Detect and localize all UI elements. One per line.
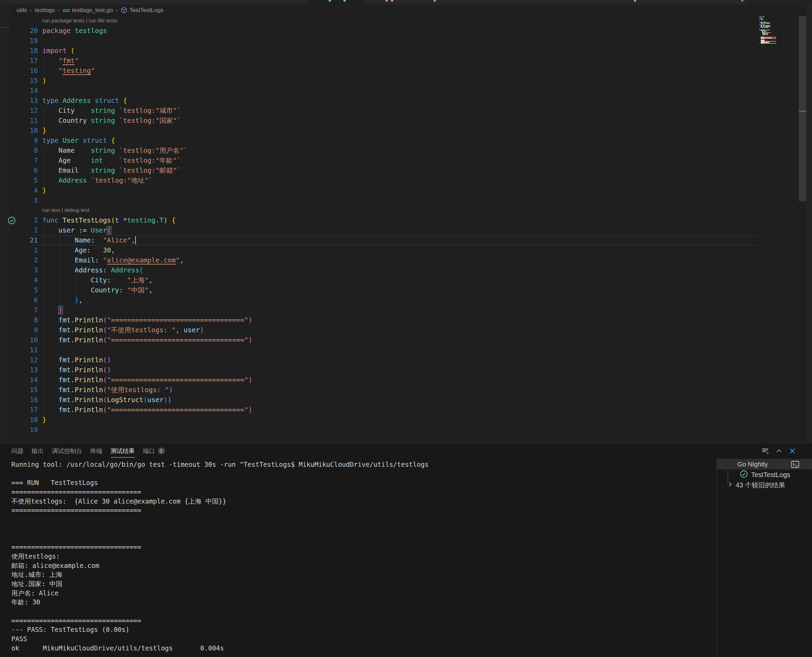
line-number[interactable]: 3 (9, 195, 42, 206)
code-token[interactable]: . (70, 406, 75, 414)
code-token[interactable]: ) (248, 316, 252, 324)
code-line-text[interactable]: } (42, 185, 807, 195)
code-token[interactable] (66, 47, 70, 55)
code-token[interactable]: . (70, 326, 75, 334)
line-number[interactable]: 15 (9, 385, 42, 395)
code-token[interactable]: . (70, 366, 75, 374)
code-line-text[interactable]: } (42, 126, 807, 135)
code-token[interactable]: "使用testlogs: " (107, 386, 169, 394)
code-token[interactable]: T (160, 216, 164, 224)
code-token[interactable]: `testlog:"城市"` (119, 107, 181, 115)
line-number[interactable]: 13 (9, 365, 42, 375)
code-token[interactable]: "中国" (127, 286, 149, 294)
line-number[interactable]: 11 (9, 345, 42, 355)
code-line-text[interactable]: City string `testlog:"城市"` (42, 106, 807, 115)
code-token[interactable]: alice@example.com (107, 256, 176, 264)
line-number[interactable]: 19 (9, 425, 42, 435)
code-token[interactable]: Country (42, 117, 91, 125)
breadcrumb-item-utils[interactable]: utils (17, 7, 27, 14)
code-token[interactable]: "Alice" (103, 236, 131, 244)
code-token[interactable]: { (111, 137, 115, 145)
code-token[interactable]: ) (200, 326, 204, 334)
minimap[interactable] (759, 17, 780, 45)
code-token[interactable]: ( (111, 216, 115, 224)
line-number[interactable]: 15 (9, 76, 42, 86)
code-token[interactable]: fmt (42, 386, 70, 394)
code-editor[interactable]: run package tests | run file tests20pack… (9, 16, 807, 443)
code-line-text[interactable]: City: "上海", (42, 275, 807, 285)
code-token[interactable]: "上海" (127, 276, 149, 284)
line-number[interactable]: 9 (9, 135, 42, 145)
code-line-text[interactable]: Country: "中国", (42, 285, 807, 295)
code-token[interactable] (87, 176, 91, 184)
code-token[interactable]: Println (75, 356, 103, 364)
code-token[interactable]: string (91, 107, 115, 115)
code-token[interactable]: user (184, 326, 200, 334)
panel-tab-测试结果[interactable]: 测试结果 (111, 444, 135, 459)
code-token[interactable]: struct (95, 97, 119, 104)
code-line-text[interactable]: Age int `testlog:"年龄"` (42, 156, 807, 165)
code-line-text[interactable]: } (42, 305, 807, 315)
editor-scrollbar[interactable] (799, 16, 806, 201)
code-token[interactable]: ( (143, 396, 148, 404)
code-token[interactable]: { (139, 266, 143, 274)
code-token[interactable]: := (75, 226, 91, 234)
line-number[interactable]: 1 (9, 225, 42, 235)
code-token[interactable]: `testlog:"地址"` (91, 176, 153, 184)
line-number[interactable]: 21 (9, 235, 42, 245)
code-token[interactable]: Age (42, 157, 91, 164)
line-number[interactable]: 18 (9, 46, 42, 56)
code-token[interactable]: int (91, 157, 103, 164)
line-number[interactable]: 4 (9, 185, 42, 195)
line-number[interactable]: 6 (9, 165, 42, 176)
code-line-text[interactable] (42, 195, 807, 206)
code-line-text[interactable] (42, 36, 807, 46)
code-token[interactable]: fmt (42, 316, 70, 324)
code-token[interactable]: ( (103, 336, 107, 344)
code-token[interactable]: ( (103, 356, 107, 364)
code-line-text[interactable]: ) (42, 76, 807, 86)
code-line-text[interactable] (42, 86, 807, 96)
code-line-text[interactable]: type User struct { (42, 135, 807, 145)
code-token[interactable]: string (91, 167, 115, 174)
code-token[interactable]: "=================================" (107, 336, 248, 344)
panel-tab-终端[interactable]: 终端 (90, 444, 103, 459)
code-line-text[interactable]: import ( (42, 46, 807, 56)
code-line-text[interactable]: func TestTestLogs(t *testing.T) { (42, 215, 807, 225)
code-token[interactable]: "不使用testlogs: " (107, 326, 176, 334)
code-line-text[interactable]: } (42, 415, 807, 425)
code-line-text[interactable]: fmt.Println("不使用testlogs: ", user) (42, 325, 807, 335)
code-token[interactable]: } (42, 126, 47, 134)
code-token[interactable]: , (79, 296, 83, 304)
code-token[interactable]: ( (103, 326, 107, 334)
panel-tab-端口[interactable]: 端口1 (143, 444, 165, 459)
code-token[interactable]: ( (103, 376, 107, 384)
code-token[interactable]: Println (75, 316, 103, 324)
breadcrumb-item-testlogs[interactable]: testlogs (35, 7, 55, 14)
line-number[interactable]: 10 (9, 335, 42, 345)
code-token[interactable]: , (179, 256, 184, 264)
code-token[interactable]: } (42, 187, 47, 195)
code-token[interactable]: func (42, 216, 59, 224)
code-token[interactable]: Println (75, 406, 103, 414)
code-line-text[interactable]: Address `testlog:"地址"` (42, 176, 807, 185)
line-number[interactable]: 7 (9, 305, 42, 315)
code-token[interactable]: " (91, 67, 95, 75)
code-token[interactable]: { (172, 216, 176, 224)
code-token[interactable]: type (42, 97, 59, 104)
code-token[interactable]: struct (83, 137, 107, 145)
code-line-text[interactable]: Name string `testlog:"用户名"` (42, 145, 807, 156)
show-test-output-icon[interactable] (791, 460, 800, 470)
code-token[interactable]: Name (42, 236, 91, 244)
line-number[interactable]: 17 (9, 56, 42, 66)
code-token[interactable] (59, 97, 62, 104)
code-token[interactable]: ) (107, 356, 111, 364)
code-token[interactable]: "=================================" (107, 406, 248, 414)
code-token[interactable]: : (119, 286, 127, 294)
code-token[interactable]: Println (75, 376, 103, 384)
panel-tab-输出[interactable]: 输出 (32, 444, 44, 459)
line-number[interactable]: 2 (9, 255, 42, 265)
code-token[interactable]: `testlog:"邮箱"` (119, 167, 181, 174)
code-line-text[interactable]: Age: 30, (42, 245, 807, 255)
code-token[interactable]: t (115, 216, 119, 224)
